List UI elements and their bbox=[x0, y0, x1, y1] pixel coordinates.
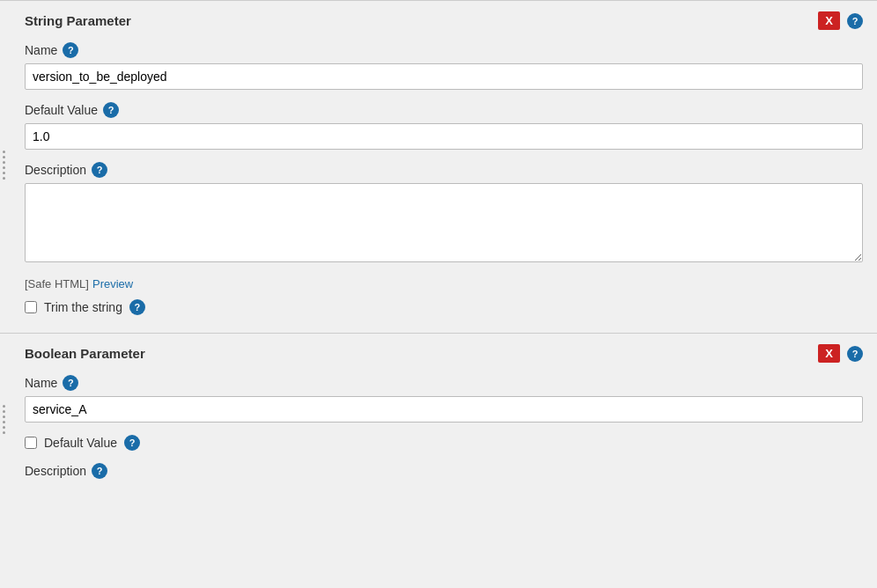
trim-string-row: Trim the string ? bbox=[25, 299, 863, 315]
drag-dot bbox=[3, 426, 5, 429]
safe-html-row: [Safe HTML] Preview bbox=[25, 277, 863, 290]
drag-dot bbox=[3, 156, 5, 158]
drag-handle-boolean[interactable] bbox=[0, 334, 7, 505]
string-name-help-icon[interactable]: ? bbox=[63, 42, 78, 58]
boolean-name-input[interactable] bbox=[25, 396, 863, 423]
string-name-input[interactable] bbox=[25, 63, 863, 90]
string-name-label: Name bbox=[25, 43, 57, 57]
boolean-remove-button[interactable]: X bbox=[818, 344, 840, 363]
preview-link[interactable]: Preview bbox=[92, 277, 133, 290]
drag-dot bbox=[3, 166, 5, 169]
boolean-name-group: Name ? bbox=[25, 375, 863, 423]
boolean-default-value-row: Default Value ? bbox=[25, 435, 863, 451]
boolean-default-label[interactable]: Default Value bbox=[44, 436, 117, 450]
boolean-name-help-icon[interactable]: ? bbox=[63, 375, 78, 391]
string-description-label-row: Description ? bbox=[25, 162, 863, 178]
boolean-description-label-row: Description ? bbox=[25, 463, 863, 479]
trim-string-help-icon[interactable]: ? bbox=[129, 299, 145, 315]
string-description-label: Description bbox=[25, 163, 86, 177]
boolean-name-label: Name bbox=[25, 376, 57, 390]
string-description-group: Description ? bbox=[25, 162, 863, 265]
boolean-name-label-row: Name ? bbox=[25, 375, 863, 391]
drag-dot bbox=[3, 172, 5, 174]
string-description-help-icon[interactable]: ? bbox=[92, 162, 107, 178]
drag-dot bbox=[3, 431, 5, 434]
string-name-label-row: Name ? bbox=[25, 42, 863, 58]
drag-dot bbox=[3, 405, 5, 408]
drag-dot bbox=[3, 410, 5, 413]
boolean-default-help-icon[interactable]: ? bbox=[124, 435, 140, 451]
string-section-title: String Parameter bbox=[25, 13, 131, 28]
string-default-input[interactable] bbox=[25, 123, 863, 150]
string-parameter-section: String Parameter X ? Name ? Default Valu… bbox=[0, 0, 877, 329]
drag-dot bbox=[3, 151, 5, 153]
boolean-default-checkbox[interactable] bbox=[25, 437, 37, 449]
boolean-section-controls: X ? bbox=[818, 344, 863, 363]
string-remove-button[interactable]: X bbox=[818, 11, 840, 30]
string-default-label-row: Default Value ? bbox=[25, 102, 863, 118]
string-section-controls: X ? bbox=[818, 11, 863, 30]
boolean-help-icon[interactable]: ? bbox=[847, 346, 863, 362]
boolean-description-label: Description bbox=[25, 464, 86, 478]
trim-string-label[interactable]: Trim the string bbox=[44, 300, 122, 314]
drag-dot bbox=[3, 415, 5, 418]
string-description-textarea[interactable] bbox=[25, 183, 863, 262]
drag-dot bbox=[3, 421, 5, 423]
drag-dot bbox=[3, 177, 5, 180]
trim-string-checkbox[interactable] bbox=[25, 301, 37, 313]
boolean-description-help-icon[interactable]: ? bbox=[92, 463, 107, 479]
drag-dot bbox=[3, 161, 5, 164]
string-section-header: String Parameter X ? bbox=[25, 11, 863, 30]
drag-handle-string[interactable] bbox=[0, 1, 7, 329]
string-help-icon[interactable]: ? bbox=[847, 13, 863, 29]
boolean-section-header: Boolean Parameter X ? bbox=[25, 344, 863, 363]
boolean-description-group: Description ? bbox=[25, 463, 863, 479]
safe-html-text: [Safe HTML] bbox=[25, 277, 89, 290]
boolean-parameter-section: Boolean Parameter X ? Name ? Default Val… bbox=[0, 333, 877, 505]
string-default-value-group: Default Value ? bbox=[25, 102, 863, 150]
string-default-help-icon[interactable]: ? bbox=[103, 102, 119, 118]
string-name-group: Name ? bbox=[25, 42, 863, 90]
boolean-section-title: Boolean Parameter bbox=[25, 346, 145, 361]
string-default-label: Default Value bbox=[25, 103, 98, 117]
